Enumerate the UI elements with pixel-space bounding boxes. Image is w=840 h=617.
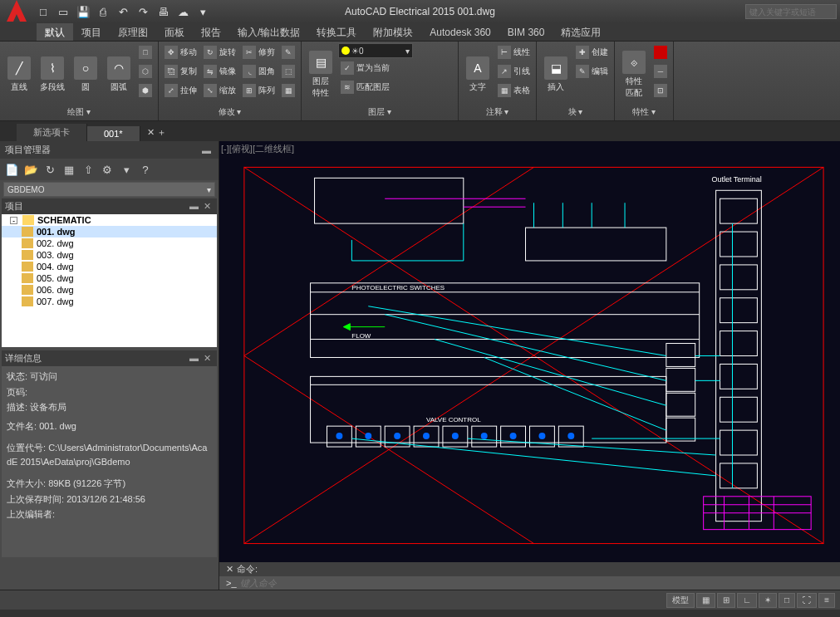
- status-custom-icon[interactable]: ≡: [818, 593, 835, 608]
- modify-ex1[interactable]: ✎: [279, 43, 297, 61]
- canvas[interactable]: Outlet Terminal PHOTOELECTRIC SWITCHES F…: [219, 141, 840, 562]
- ribbon-tab-project[interactable]: 项目: [73, 23, 110, 41]
- tree-file-005[interactable]: 005. dwg: [2, 272, 217, 284]
- doc-tab-add-icon[interactable]: ✕ ＋: [140, 124, 173, 141]
- modify-ex3[interactable]: ▦: [279, 81, 297, 100]
- pm-settings-icon[interactable]: ⚙: [99, 161, 115, 178]
- line-button[interactable]: ╱直线: [3, 43, 35, 105]
- panel-props-title[interactable]: 特性 ▾: [618, 105, 670, 119]
- block-create-button[interactable]: ✚创建: [573, 43, 611, 61]
- prop-line[interactable]: ─: [651, 62, 670, 81]
- status-osnap-icon[interactable]: □: [779, 593, 795, 608]
- polyline-button[interactable]: ⌇多段线: [37, 43, 68, 105]
- tree-file-002[interactable]: 002. dwg: [2, 237, 217, 249]
- pm-new-icon[interactable]: 📄: [3, 161, 20, 178]
- block-edit-button[interactable]: ✎编辑: [573, 62, 611, 81]
- table-button[interactable]: ▦表格: [495, 81, 533, 100]
- qat-print-icon[interactable]: 🖶: [155, 3, 171, 20]
- ribbon-tab-reports[interactable]: 报告: [193, 23, 229, 41]
- pm-minimize-icon[interactable]: ▬: [199, 145, 214, 155]
- panel-block-title[interactable]: 块 ▾: [540, 105, 611, 119]
- move-button[interactable]: ✥移动: [162, 43, 199, 61]
- pm-up-icon[interactable]: ⇧: [80, 161, 96, 178]
- draw-extra3[interactable]: ⬢: [136, 81, 155, 100]
- trim-button[interactable]: ✂修剪: [240, 43, 278, 61]
- ribbon-tab-bim360[interactable]: BIM 360: [499, 23, 553, 41]
- drawing-area[interactable]: [-][俯视][二维线框]: [219, 141, 840, 590]
- tree-file-003[interactable]: 003. dwg: [2, 249, 217, 261]
- tree-file-001[interactable]: 001. dwg: [2, 226, 217, 237]
- doc-tab-start[interactable]: 新选项卡: [17, 124, 87, 141]
- text-button[interactable]: A文字: [462, 43, 494, 105]
- dim-linear-button[interactable]: ⊢线性: [495, 43, 533, 61]
- qat-undo-icon[interactable]: ↶: [115, 3, 131, 20]
- viewport-label[interactable]: [-][俯视][二维线框]: [221, 143, 294, 155]
- pm-filter-icon[interactable]: ▾: [118, 161, 135, 178]
- ribbon-tab-featured[interactable]: 精选应用: [553, 23, 609, 41]
- make-current-button[interactable]: ✓置为当前: [338, 59, 454, 77]
- ribbon-tab-default[interactable]: 默认: [37, 23, 73, 41]
- ribbon-tab-a360[interactable]: Autodesk 360: [421, 23, 499, 41]
- ribbon-tab-panel[interactable]: 面板: [156, 23, 193, 41]
- match-layer-button[interactable]: ≋匹配图层: [338, 78, 454, 96]
- app-menu-button[interactable]: [3, 0, 30, 25]
- qat-dropdown-icon[interactable]: ▾: [194, 3, 211, 20]
- project-combo[interactable]: GBDEMO▾: [3, 182, 215, 197]
- mirror-button[interactable]: ⇋镜像: [201, 62, 238, 81]
- qat-new-icon[interactable]: □: [35, 3, 52, 20]
- pm-nav-icon[interactable]: ▦: [61, 161, 77, 178]
- command-input[interactable]: [240, 578, 837, 588]
- qat-saveas-icon[interactable]: ⎙: [95, 3, 111, 20]
- circle-button[interactable]: ○圆: [70, 43, 101, 105]
- copy-button[interactable]: ⿻复制: [162, 62, 199, 81]
- leader-button[interactable]: ↗引线: [495, 62, 533, 81]
- panel-draw-title[interactable]: 绘图 ▾: [3, 105, 155, 119]
- panel-modify-title[interactable]: 修改 ▾: [162, 105, 297, 119]
- rotate-button[interactable]: ↻旋转: [201, 43, 238, 61]
- ribbon-tab-io[interactable]: 输入/输出数据: [229, 23, 308, 41]
- ribbon-tab-addins[interactable]: 附加模块: [365, 23, 421, 41]
- status-model-button[interactable]: 模型: [666, 593, 695, 608]
- fillet-button[interactable]: ◟圆角: [240, 62, 278, 81]
- status-grid-icon[interactable]: ▦: [696, 593, 715, 608]
- details-close-icon[interactable]: ✕: [201, 353, 214, 363]
- tree-folder-schematic[interactable]: -SCHEMATIC: [2, 214, 217, 226]
- ribbon-tab-schematic[interactable]: 原理图: [110, 23, 156, 41]
- tree-file-006[interactable]: 006. dwg: [2, 284, 217, 296]
- stretch-button[interactable]: ⤢拉伸: [162, 81, 199, 100]
- tree-file-007[interactable]: 007. dwg: [2, 296, 217, 307]
- ribbon-tab-convert[interactable]: 转换工具: [308, 23, 365, 41]
- prop-color[interactable]: [651, 43, 670, 61]
- pm-help-icon[interactable]: ?: [137, 161, 154, 178]
- tree-close-icon[interactable]: ✕: [201, 201, 214, 211]
- insert-button[interactable]: ⬓插入: [540, 43, 572, 105]
- tree-file-004[interactable]: 004. dwg: [2, 261, 217, 272]
- layer-combo[interactable]: ☀ 0▾: [338, 43, 413, 58]
- modify-ex2[interactable]: ⬚: [279, 62, 297, 81]
- panel-layers-title[interactable]: 图层 ▾: [305, 105, 454, 119]
- arc-button[interactable]: ◠圆弧: [103, 43, 135, 105]
- qat-open-icon[interactable]: ▭: [55, 3, 71, 20]
- prop-group[interactable]: ⊡: [651, 81, 670, 100]
- status-snap-icon[interactable]: ⊞: [717, 593, 735, 608]
- qat-redo-icon[interactable]: ↷: [135, 3, 151, 20]
- help-search-input[interactable]: [745, 4, 837, 19]
- tree-pin-icon[interactable]: ▬: [187, 201, 201, 211]
- scale-button[interactable]: ⤡缩放: [201, 81, 238, 100]
- status-polar-icon[interactable]: ✶: [759, 593, 777, 608]
- doc-tab-001[interactable]: 001*: [87, 126, 140, 141]
- qat-save-icon[interactable]: 💾: [75, 3, 91, 20]
- matchprop-button[interactable]: ⟐特性 匹配: [618, 43, 650, 105]
- draw-extra1[interactable]: □: [136, 43, 155, 61]
- qat-cloud-icon[interactable]: ☁: [174, 3, 191, 20]
- array-button[interactable]: ⊞阵列: [240, 81, 278, 100]
- pm-open-icon[interactable]: 📂: [22, 161, 39, 178]
- status-max-icon[interactable]: ⛶: [797, 593, 817, 608]
- project-tree[interactable]: -SCHEMATIC 001. dwg 002. dwg 003. dwg 00…: [2, 214, 217, 347]
- pm-refresh-icon[interactable]: ↻: [42, 161, 58, 178]
- panel-annot-title[interactable]: 注释 ▾: [462, 105, 533, 119]
- draw-extra2[interactable]: ⬡: [136, 62, 155, 81]
- status-ortho-icon[interactable]: ∟: [737, 593, 757, 608]
- details-pin-icon[interactable]: ▬: [187, 353, 201, 363]
- layer-props-button[interactable]: ▤图层 特性: [305, 43, 336, 105]
